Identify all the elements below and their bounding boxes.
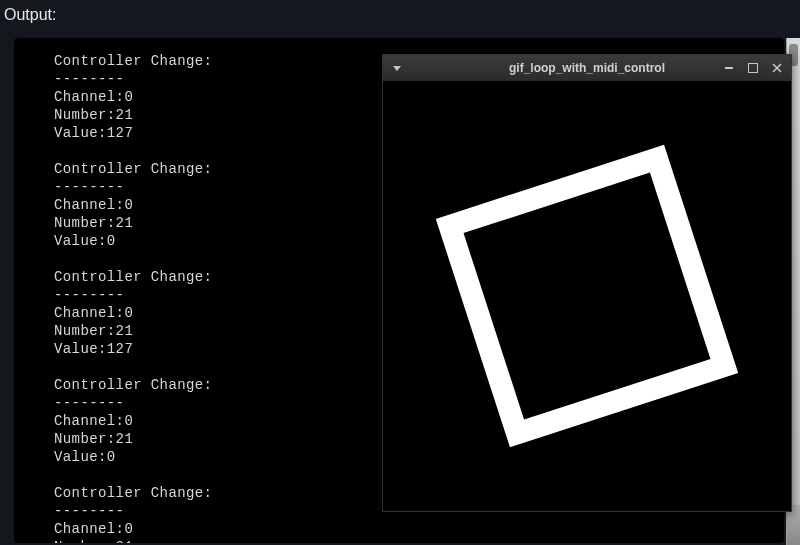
canvas-area [383, 81, 791, 511]
output-label: Output: [0, 0, 800, 34]
close-icon [772, 63, 782, 73]
rotating-square-graphic [436, 145, 738, 447]
minimize-button[interactable] [721, 60, 737, 76]
popup-window[interactable]: gif_loop_with_midi_control [382, 54, 792, 512]
window-controls [721, 55, 785, 81]
window-titlebar[interactable]: gif_loop_with_midi_control [383, 55, 791, 81]
maximize-button[interactable] [745, 60, 761, 76]
window-menu-icon[interactable] [393, 66, 401, 71]
close-button[interactable] [769, 60, 785, 76]
